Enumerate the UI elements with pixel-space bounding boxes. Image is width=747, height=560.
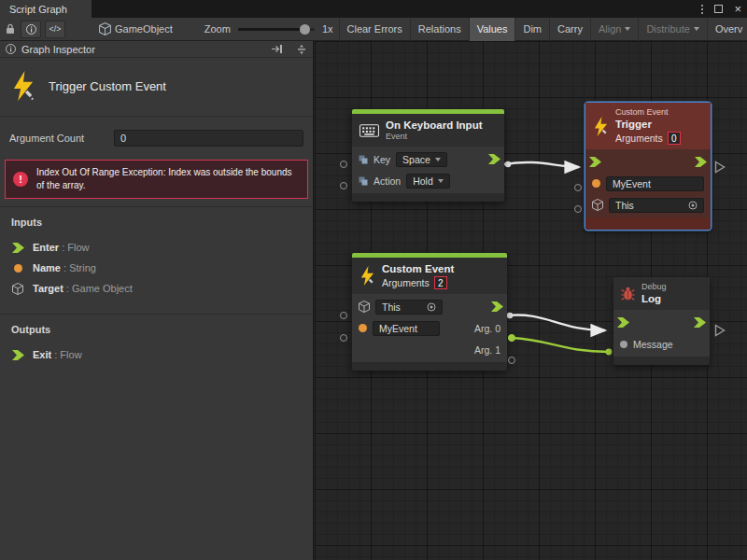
argument-count-input[interactable]	[114, 130, 303, 147]
info-icon	[6, 44, 16, 54]
distribute-button[interactable]: Distribute	[639, 18, 706, 41]
outputs-section: Outputs ExitFlow	[0, 314, 313, 372]
unity-visual-scripting-window: Script Graph × </> GameObject Zoom 1x	[0, 0, 747, 560]
event-name-input-port[interactable]	[340, 334, 347, 342]
arg0-output-port[interactable]	[508, 334, 515, 342]
custom-event-bolt-icon	[593, 117, 609, 136]
keycode-icon	[359, 155, 368, 164]
error-message-text: Index Out Of Range Exception: Index was …	[36, 166, 300, 192]
output-port-exit: ExitFlow	[11, 344, 302, 365]
arg1-row: Arg. 1	[352, 339, 507, 360]
lock-icon[interactable]	[6, 23, 15, 35]
input-port-name: NameString	[11, 258, 302, 278]
node-header: On Keyboard Input Event	[352, 114, 504, 147]
node-category: Custom Event	[615, 107, 681, 118]
gameobject-button[interactable]: GameObject	[92, 18, 180, 41]
bug-icon	[621, 287, 635, 301]
node-body: MyEvent This	[585, 149, 711, 217]
maximize-icon[interactable]	[714, 5, 723, 13]
flow-out-port[interactable]	[694, 317, 706, 328]
wire-keyboard-to-trigger	[504, 162, 579, 167]
info-button[interactable]	[21, 21, 41, 38]
event-target-input-port[interactable]	[340, 312, 347, 319]
string-dot-icon	[11, 264, 24, 273]
window-menu-icon[interactable]	[701, 5, 703, 14]
target-object-field[interactable]: This	[375, 300, 443, 315]
key-row: Key Space	[352, 148, 504, 170]
gameobject-cube-icon	[11, 283, 24, 295]
clear-errors-button[interactable]: Clear Errors	[340, 18, 410, 41]
flow-in-port[interactable]	[589, 157, 601, 167]
graph-inspector-header: Graph Inspector	[0, 41, 313, 58]
gameobject-cube-icon	[592, 199, 603, 211]
zoom-slider[interactable]	[238, 28, 315, 31]
dim-button[interactable]: Dim	[515, 18, 549, 41]
message-input-port[interactable]	[620, 341, 627, 348]
chevron-down-icon	[625, 27, 630, 34]
arg0-label: Arg. 0	[474, 323, 500, 334]
action-dropdown[interactable]: Hold	[406, 174, 450, 189]
event-name-row: MyEvent	[585, 173, 711, 194]
node-custom-event[interactable]: Custom Event Arguments 2 This	[352, 253, 507, 371]
overview-button[interactable]: Overv	[708, 18, 747, 41]
graph-toolbar: </> GameObject Zoom 1x Clear Errors Rela…	[0, 18, 747, 41]
node-header: Custom Event Arguments 2	[352, 258, 507, 294]
zoom-slider-knob[interactable]	[300, 24, 310, 35]
wire-arg0-to-message	[512, 338, 609, 352]
flow-in-port[interactable]	[617, 317, 629, 328]
node-body: Message	[613, 310, 710, 357]
node-footer	[352, 193, 504, 202]
graph-inspector-panel: Graph Inspector Trigger Custom Event Arg…	[0, 41, 314, 560]
graph-inspector-title: Graph Inspector	[21, 44, 95, 55]
close-icon[interactable]: ×	[734, 3, 741, 15]
info-icon	[26, 24, 36, 35]
arguments-value-errorbox[interactable]: 0	[668, 132, 681, 145]
align-button[interactable]: Align	[591, 18, 638, 41]
chevron-down-icon	[435, 158, 441, 164]
trigger-name-input-port[interactable]	[574, 184, 582, 191]
node-debug-log[interactable]: Debug Log Message	[613, 277, 710, 365]
node-subtitle: Event	[386, 132, 483, 142]
inputs-heading: Inputs	[11, 217, 302, 228]
flow-out-port[interactable]	[695, 157, 707, 167]
node-title: Custom Event	[382, 262, 454, 275]
message-label: Message	[633, 339, 673, 350]
node-body: This MyEvent Arg. 0 Arg. 1	[352, 294, 507, 362]
node-run-indicator	[714, 324, 726, 337]
dock-panel-icon[interactable]	[271, 44, 283, 54]
string-dot-icon	[359, 324, 367, 332]
flow-out-port[interactable]	[488, 154, 500, 164]
relations-button[interactable]: Relations	[411, 18, 469, 41]
node-footer	[613, 357, 710, 365]
trigger-target-input-port[interactable]	[574, 205, 582, 213]
panel-menu-icon[interactable]	[296, 44, 307, 55]
code-button[interactable]: </>	[45, 21, 65, 38]
string-dot-icon	[592, 179, 600, 188]
event-name-input[interactable]: MyEvent	[373, 321, 440, 336]
arguments-line: Arguments 2	[382, 276, 454, 289]
error-icon: !	[13, 172, 28, 187]
zoom-value: 1x	[322, 23, 333, 35]
action-input-port[interactable]	[340, 182, 347, 189]
node-on-keyboard-input[interactable]: On Keyboard Input Event Key Space Action	[352, 109, 504, 202]
tab-script-graph[interactable]: Script Graph	[0, 0, 92, 18]
node-body: Key Space Action Hold	[352, 147, 504, 193]
carry-button[interactable]: Carry	[550, 18, 590, 41]
node-title: Log	[641, 292, 667, 305]
object-picker-icon[interactable]	[427, 302, 436, 312]
node-trigger-custom-event[interactable]: Custom Event Trigger Arguments 0 MyEve	[585, 103, 711, 230]
keyboard-icon	[359, 124, 379, 137]
arg1-output-port[interactable]	[508, 357, 515, 364]
target-object-field[interactable]: This	[609, 198, 704, 213]
object-picker-icon[interactable]	[688, 201, 698, 210]
argument-count-row: Argument Count	[0, 117, 313, 148]
arguments-value-errorbox[interactable]: 2	[434, 276, 447, 289]
flow-out-port[interactable]	[491, 301, 503, 312]
zoom-label: Zoom	[204, 23, 231, 35]
node-title: Trigger	[615, 118, 681, 131]
event-name-input[interactable]: MyEvent	[606, 176, 704, 191]
values-button[interactable]: Values	[470, 18, 515, 41]
key-dropdown[interactable]: Space	[396, 152, 447, 167]
key-input-port[interactable]	[340, 161, 347, 168]
graph-canvas[interactable]: On Keyboard Input Event Key Space Action	[315, 41, 747, 560]
